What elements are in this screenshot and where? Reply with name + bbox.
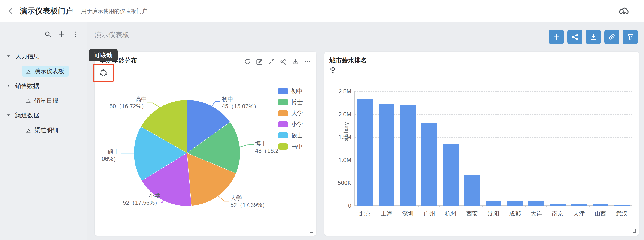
pie-leader-line — [240, 144, 254, 147]
legend-item-硕士[interactable]: 硕士 — [278, 130, 303, 141]
plus-icon — [552, 33, 561, 41]
legend-item-博士[interactable]: 博士 — [278, 96, 303, 108]
bar-成都[interactable] — [507, 201, 523, 206]
legend-item-小学[interactable]: 小学 — [278, 118, 303, 130]
y-tick-label: 2.5M — [338, 88, 351, 95]
cloud-download-button[interactable] — [618, 6, 629, 16]
bar-上海[interactable] — [379, 104, 394, 206]
dashboard-toolbar — [549, 30, 638, 44]
pie-label-高中: 高中 50（16.72%） — [110, 96, 147, 110]
legend-swatch — [278, 99, 288, 105]
back-button[interactable] — [6, 6, 16, 16]
bar-北京[interactable] — [357, 99, 373, 206]
bar-深圳[interactable] — [400, 105, 416, 206]
tree-group-1[interactable]: 销售数据 — [0, 78, 87, 93]
legend-item-高中[interactable]: 高中 — [278, 141, 303, 152]
linkage-icon[interactable] — [98, 68, 108, 78]
resize-handle[interactable] — [633, 230, 636, 233]
add-button[interactable] — [549, 30, 564, 44]
x-tick-label: 北京 — [360, 210, 371, 218]
chart-item-icon — [25, 127, 31, 134]
y-tick-label: 2.0M — [338, 111, 351, 118]
pie-leader-line — [147, 103, 160, 108]
search-icon — [44, 30, 52, 38]
legend-swatch — [278, 143, 288, 150]
export-button[interactable] — [586, 30, 601, 44]
portal-title: 演示仪表板门户 — [20, 6, 73, 16]
bar-column: 大连 — [526, 92, 547, 206]
bar-column: 武汉 — [611, 92, 632, 206]
chart-item-icon — [25, 68, 31, 74]
share-button[interactable] — [567, 30, 582, 44]
bar-column: 南京 — [547, 92, 568, 206]
main-area: 演示仪表板 可联动 学历年龄分布 初中 45（15.07%）博士 48（16.2… — [87, 22, 644, 240]
kebab-icon — [72, 30, 79, 38]
bar-天津[interactable] — [571, 204, 587, 206]
x-tick-label: 深圳 — [402, 210, 414, 218]
pie-label-大学: 大学 52（17.39%） — [230, 194, 268, 208]
tree-item-label: 演示仪表板 — [34, 67, 64, 75]
x-tick-label: 杭州 — [445, 210, 456, 218]
bar-沈阳[interactable] — [486, 201, 501, 206]
legend-item-大学[interactable]: 大学 — [278, 108, 303, 118]
bar-西安[interactable] — [464, 175, 480, 206]
x-axis-ticks — [354, 206, 632, 208]
tree-item-演示仪表板[interactable]: 演示仪表板 — [0, 64, 87, 78]
linkage-highlight-box — [92, 64, 114, 82]
x-tick-label: 山西 — [594, 210, 606, 218]
bar-杭州[interactable] — [443, 144, 459, 206]
tree-group-label: 销售数据 — [15, 82, 39, 90]
app-header: 演示仪表板门户 用于演示使用的仪表板门户 — [0, 0, 644, 22]
download-icon — [590, 33, 597, 41]
chart-card-pie: 学历年龄分布 初中 45（15.07%）博士 48（16.2大学 52（17.3… — [95, 52, 316, 236]
x-tick-label: 南京 — [552, 210, 564, 218]
sidebar: 人力信息 演示仪表板 销售数据 销量日报 渠道数据 渠道明细 — [0, 22, 87, 240]
caret-down-icon[interactable] — [6, 54, 11, 58]
more-button[interactable] — [72, 30, 80, 38]
chevron-left-icon — [6, 6, 16, 16]
x-tick-label: 成都 — [509, 210, 521, 218]
x-tick-label: 沈阳 — [488, 210, 499, 218]
add-button[interactable] — [58, 30, 66, 38]
legend-item-初中[interactable]: 初中 — [278, 86, 303, 96]
share-icon — [571, 33, 579, 41]
caret-down-icon[interactable] — [6, 113, 11, 118]
bar-column: 深圳 — [397, 92, 419, 206]
tree-group-label: 渠道数据 — [15, 112, 39, 120]
dashboard-tree: 人力信息 演示仪表板 销售数据 销量日报 渠道数据 渠道明细 — [0, 46, 87, 138]
caret-down-icon[interactable] — [6, 84, 11, 88]
pie-legend: 初中 博士 大学 小学 硕士 高中 — [278, 86, 303, 152]
resize-handle[interactable] — [310, 230, 314, 233]
legend-label: 小学 — [291, 120, 303, 128]
bar-chart-title: 城市薪水排名 — [330, 56, 367, 64]
link-icon — [608, 33, 616, 41]
x-tick-label: 武汉 — [616, 210, 628, 218]
bar-column: 北京 — [354, 92, 376, 206]
tree-group-2[interactable]: 渠道数据 — [0, 108, 87, 123]
bar-plot-area: 2.5M2.0M1.5M1.0M500K0 北京 上海 深圳 广州 — [354, 92, 632, 206]
bar-大连[interactable] — [528, 202, 544, 206]
y-tick-label: 1.5M — [338, 134, 351, 140]
tree-item-销量日报[interactable]: 销量日报 — [0, 93, 87, 108]
bar-广州[interactable] — [422, 122, 437, 206]
dashboard-title: 演示仪表板 — [95, 30, 129, 40]
pie-label-小学: 小学 52（17.56%） — [123, 192, 160, 206]
bar-column: 成都 — [504, 92, 526, 206]
legend-label: 高中 — [291, 142, 303, 150]
search-button[interactable] — [44, 30, 52, 38]
tree-group-0[interactable]: 人力信息 — [0, 49, 87, 64]
legend-swatch — [278, 88, 288, 94]
plus-icon — [58, 30, 66, 38]
tree-item-渠道明细[interactable]: 渠道明细 — [0, 123, 87, 138]
bar-南京[interactable] — [550, 204, 566, 206]
legend-label: 大学 — [291, 110, 303, 117]
drill-down-icon[interactable] — [329, 66, 336, 74]
sidebar-toolbar — [0, 22, 87, 46]
x-tick-label: 西安 — [466, 210, 478, 218]
pie-label-博士: 博士 48（16.2 — [255, 140, 278, 154]
tree-item-label: 销量日报 — [34, 97, 58, 105]
bar-column: 上海 — [376, 92, 398, 206]
link-button[interactable] — [604, 30, 619, 44]
tree-item-label: 渠道明细 — [34, 126, 58, 134]
filter-button[interactable] — [623, 30, 638, 44]
